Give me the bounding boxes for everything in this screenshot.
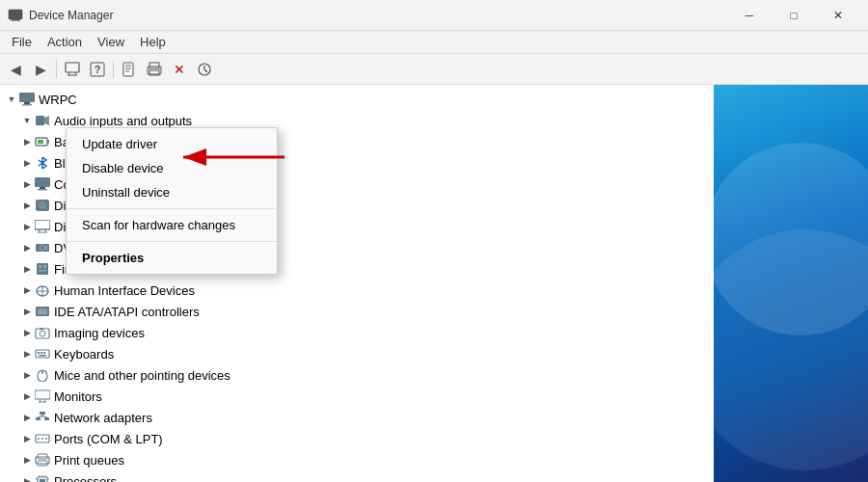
display-icon	[35, 219, 50, 234]
tree-ports[interactable]: ▶ Ports (COM & LPT)	[0, 428, 714, 449]
tree-printqueues[interactable]: ▶ Print queues	[0, 449, 714, 470]
svg-rect-37	[45, 246, 47, 250]
menu-action[interactable]: Action	[40, 33, 90, 51]
display-expand-icon[interactable]: ▶	[19, 219, 35, 234]
monitors-expand-icon[interactable]: ▶	[19, 388, 35, 404]
svg-rect-9	[123, 63, 133, 76]
device-tree[interactable]: ▼ WRPC ▼ Audio inputs and outputs	[0, 85, 714, 482]
network-expand-icon[interactable]: ▶	[19, 410, 35, 425]
tree-network[interactable]: ▶ Network adapters	[0, 407, 714, 428]
close-button[interactable]: ✕	[816, 0, 860, 31]
processors-expand-icon[interactable]: ▶	[19, 473, 35, 482]
tree-mice[interactable]: ▶ Mice and other pointing devices	[0, 364, 714, 386]
root-label: WRPC	[39, 93, 77, 107]
root-expand-icon[interactable]: ▼	[4, 92, 19, 107]
svg-rect-26	[40, 187, 45, 189]
keyboard-expand-icon[interactable]: ▶	[19, 346, 35, 362]
tree-monitors[interactable]: ▶ Monitors	[0, 386, 714, 407]
toolbar-forward[interactable]: ▶	[29, 58, 52, 81]
svg-rect-17	[19, 93, 35, 102]
svg-rect-67	[44, 417, 49, 420]
svg-rect-40	[43, 265, 46, 268]
bluetooth-expand-icon[interactable]: ▶	[19, 155, 35, 171]
window-title: Device Manager	[29, 9, 727, 22]
menu-file[interactable]: File	[4, 33, 40, 51]
svg-rect-38	[37, 263, 48, 275]
maximize-button[interactable]: □	[772, 0, 816, 31]
ctx-update-driver[interactable]: Update driver	[67, 132, 277, 156]
hid-expand-icon[interactable]: ▶	[19, 282, 35, 298]
network-icon	[35, 410, 50, 425]
audio-icon	[35, 113, 50, 128]
svg-point-47	[38, 308, 40, 310]
toolbar-remove[interactable]: ✕	[168, 58, 191, 81]
toolbar-separator-2	[113, 61, 114, 78]
toolbar-computer[interactable]	[61, 58, 84, 81]
ctx-separator-2	[67, 241, 277, 242]
print-expand-icon[interactable]: ▶	[19, 452, 35, 468]
computer-category-icon	[35, 176, 50, 192]
ports-icon	[35, 431, 50, 446]
svg-rect-61	[35, 390, 50, 399]
audio-label: Audio inputs and outputs	[54, 114, 192, 128]
toolbar-scan[interactable]	[193, 58, 216, 81]
toolbar-back[interactable]: ◀	[4, 58, 27, 81]
toolbar: ◀ ▶ ? ✕	[0, 54, 868, 85]
svg-rect-27	[38, 189, 47, 191]
svg-rect-31	[35, 220, 50, 229]
ports-label: Ports (COM & LPT)	[54, 432, 163, 446]
tree-hid[interactable]: ▶ Human Interface Devices	[0, 280, 714, 301]
svg-rect-24	[38, 140, 43, 144]
toolbar-help[interactable]: ?	[86, 58, 109, 81]
svg-point-48	[41, 308, 43, 310]
mice-icon	[35, 367, 50, 383]
context-menu: Update driver Disable device Uninstall d…	[66, 127, 278, 275]
mice-label: Mice and other pointing devices	[54, 368, 231, 383]
svg-rect-23	[47, 140, 49, 144]
ctx-scan-hardware[interactable]: Scan for hardware changes	[67, 213, 277, 237]
audio-expand-icon[interactable]: ▼	[19, 113, 35, 128]
svg-rect-0	[9, 10, 22, 19]
svg-rect-2	[11, 20, 20, 21]
ctx-properties[interactable]: Properties	[67, 246, 277, 270]
monitors-label: Monitors	[54, 389, 102, 404]
svg-line-70	[42, 415, 47, 417]
imaging-expand-icon[interactable]: ▶	[19, 325, 35, 340]
svg-rect-55	[41, 352, 42, 354]
computer-expand-icon[interactable]: ▶	[19, 176, 35, 192]
tree-keyboards[interactable]: ▶ Keyboards	[0, 343, 714, 364]
batteries-expand-icon[interactable]: ▶	[19, 134, 35, 149]
svg-rect-25	[35, 177, 50, 187]
disk-expand-icon[interactable]: ▶	[19, 198, 35, 213]
disk-icon	[35, 198, 50, 213]
tree-imaging[interactable]: ▶ Imaging devices	[0, 322, 714, 343]
mice-expand-icon[interactable]: ▶	[19, 367, 35, 383]
toolbar-properties[interactable]	[118, 58, 141, 81]
svg-rect-57	[39, 355, 46, 357]
minimize-button[interactable]: ─	[727, 0, 772, 31]
svg-point-51	[40, 331, 45, 336]
ports-expand-icon[interactable]: ▶	[19, 431, 35, 446]
svg-rect-18	[24, 102, 30, 104]
monitors-icon	[35, 388, 50, 404]
dvd-expand-icon[interactable]: ▶	[19, 240, 35, 255]
menu-view[interactable]: View	[90, 33, 132, 51]
tree-processors[interactable]: ▶ Processors	[0, 470, 714, 482]
keyboard-label: Keyboards	[54, 347, 114, 362]
svg-point-60	[41, 371, 43, 373]
ctx-separator	[67, 208, 277, 209]
batteries-icon	[35, 134, 50, 149]
menu-help[interactable]: Help	[132, 33, 174, 51]
title-bar: Device Manager ─ □ ✕	[0, 0, 868, 31]
svg-point-30	[41, 204, 43, 206]
menu-bar: File Action View Help	[0, 31, 868, 54]
svg-marker-21	[44, 116, 49, 125]
ctx-disable-device[interactable]: Disable device	[67, 156, 277, 180]
toolbar-print[interactable]	[143, 58, 166, 81]
ide-expand-icon[interactable]: ▶	[19, 304, 35, 319]
tree-root[interactable]: ▼ WRPC	[0, 89, 714, 110]
firmware-expand-icon[interactable]: ▶	[19, 261, 35, 277]
ctx-uninstall-device[interactable]: Uninstall device	[67, 180, 277, 204]
tree-ideata[interactable]: ▶ IDE ATA/ATAPI controllers	[0, 301, 714, 322]
ide-label: IDE ATA/ATAPI controllers	[54, 305, 200, 319]
